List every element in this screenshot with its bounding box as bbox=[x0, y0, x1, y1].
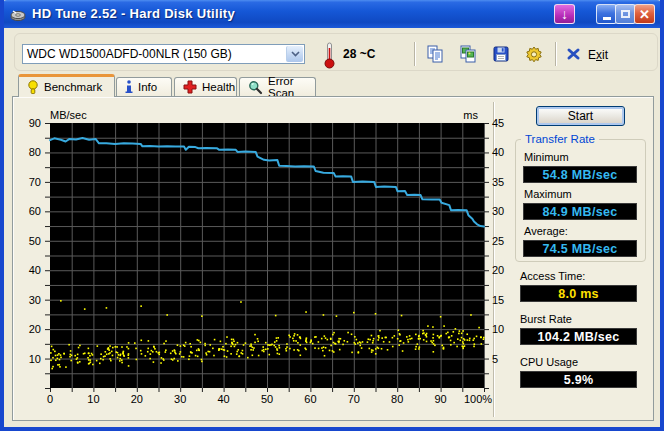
access-time-value: 8.0 ms bbox=[520, 285, 637, 302]
drive-select-value: WDC WD1500ADFD-00NLR (150 GB) bbox=[27, 47, 232, 61]
transfer-rate-title: Transfer Rate bbox=[521, 133, 599, 145]
screenshot-download-button[interactable]: ↓ bbox=[554, 4, 575, 24]
exit-button[interactable] bbox=[562, 44, 586, 68]
average-label: Average: bbox=[524, 225, 568, 237]
burst-rate-value: 104.2 MB/sec bbox=[520, 328, 637, 345]
copy-text-button[interactable] bbox=[423, 44, 447, 68]
burst-rate-label: Burst Rate bbox=[520, 313, 572, 325]
cpu-usage-value: 5.9% bbox=[520, 371, 637, 388]
copy-image-button[interactable] bbox=[456, 44, 480, 68]
title-bar: HD Tune 2.52 - Hard Disk Utility ↓ ✕ bbox=[0, 0, 664, 28]
drive-select[interactable]: WDC WD1500ADFD-00NLR (150 GB) bbox=[22, 44, 305, 64]
hard-disk-icon bbox=[10, 6, 26, 26]
minimize-button[interactable] bbox=[596, 4, 617, 24]
tab-info[interactable]: Info bbox=[116, 77, 172, 96]
maximize-icon bbox=[621, 10, 630, 18]
hdtune-window: HD Tune 2.52 - Hard Disk Utility ↓ ✕ WDC… bbox=[0, 0, 664, 431]
toolbar-separator bbox=[414, 42, 416, 66]
save-icon bbox=[492, 45, 510, 67]
tab-error-scan[interactable]: Error Scan bbox=[239, 77, 316, 96]
panel-separator bbox=[493, 102, 495, 417]
average-value: 74.5 MB/sec bbox=[523, 240, 637, 257]
access-time-label: Access Time: bbox=[520, 270, 585, 282]
options-button[interactable] bbox=[522, 44, 546, 68]
maximum-label: Maximum bbox=[524, 188, 572, 200]
chevron-down-icon[interactable] bbox=[286, 46, 303, 62]
tab-label: Info bbox=[138, 81, 157, 93]
maximum-value: 84.9 MB/sec bbox=[523, 203, 637, 220]
maximize-button[interactable] bbox=[615, 4, 636, 24]
cpu-usage-label: CPU Usage bbox=[520, 356, 578, 368]
toolbar-separator bbox=[555, 42, 557, 66]
copy-image-icon bbox=[459, 45, 477, 67]
tab-health[interactable]: Health bbox=[174, 77, 237, 96]
tab-benchmark[interactable]: Benchmark bbox=[18, 74, 115, 97]
minimum-label: Minimum bbox=[524, 151, 569, 163]
health-cross-icon bbox=[183, 80, 197, 94]
tab-label: Benchmark bbox=[44, 81, 102, 93]
info-icon bbox=[125, 80, 133, 94]
tab-label: Health bbox=[202, 81, 235, 93]
temperature-label: 28 ~C bbox=[343, 47, 375, 61]
exit-label[interactable]: Exit bbox=[588, 48, 608, 62]
minimum-value: 54.8 MB/sec bbox=[523, 166, 637, 183]
copy-text-icon bbox=[426, 45, 444, 67]
close-button[interactable]: ✕ bbox=[634, 4, 655, 24]
lightbulb-icon bbox=[27, 80, 39, 95]
thermometer-icon bbox=[323, 42, 336, 73]
exit-x-icon bbox=[566, 46, 582, 66]
minimize-icon bbox=[603, 17, 611, 20]
window-title: HD Tune 2.52 - Hard Disk Utility bbox=[32, 6, 235, 21]
save-button[interactable] bbox=[489, 44, 513, 68]
options-gear-icon bbox=[525, 45, 543, 67]
magnifier-icon bbox=[248, 80, 263, 95]
start-button[interactable]: Start bbox=[536, 106, 625, 126]
